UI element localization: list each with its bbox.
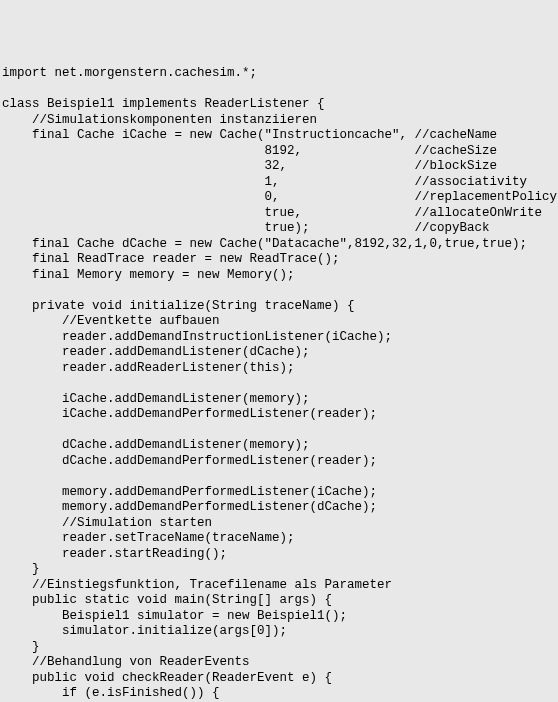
code-line: final Memory memory = new Memory(); bbox=[2, 268, 556, 284]
code-line: reader.addDemandListener(dCache); bbox=[2, 345, 556, 361]
code-line: true, //allocateOnWrite bbox=[2, 206, 556, 222]
code-line bbox=[2, 283, 556, 299]
code-line: final Cache iCache = new Cache("Instruct… bbox=[2, 128, 556, 144]
code-line: reader.startReading(); bbox=[2, 547, 556, 563]
code-line: import net.morgenstern.cachesim.*; bbox=[2, 66, 556, 82]
code-line: //Einstiegsfunktion, Tracefilename als P… bbox=[2, 578, 556, 594]
code-line: } bbox=[2, 562, 556, 578]
code-line: 1, //associativity bbox=[2, 175, 556, 191]
code-line: //Simulationskomponenten instanziieren bbox=[2, 113, 556, 129]
code-line: simulator.initialize(args[0]); bbox=[2, 624, 556, 640]
code-line: if (e.isFinished()) { bbox=[2, 686, 556, 702]
code-line bbox=[2, 376, 556, 392]
code-line: dCache.addDemandListener(memory); bbox=[2, 438, 556, 454]
code-line: Beispiel1 simulator = new Beispiel1(); bbox=[2, 609, 556, 625]
code-line: reader.addReaderListener(this); bbox=[2, 361, 556, 377]
code-line: 8192, //cacheSize bbox=[2, 144, 556, 160]
code-line: final Cache dCache = new Cache("Datacach… bbox=[2, 237, 556, 253]
code-line: iCache.addDemandPerformedListener(reader… bbox=[2, 407, 556, 423]
code-line: 32, //blockSize bbox=[2, 159, 556, 175]
code-line: memory.addDemandPerformedListener(dCache… bbox=[2, 500, 556, 516]
code-line: memory.addDemandPerformedListener(iCache… bbox=[2, 485, 556, 501]
code-line: iCache.addDemandListener(memory); bbox=[2, 392, 556, 408]
code-line bbox=[2, 82, 556, 98]
code-line: 0, //replacementPolicy bbox=[2, 190, 556, 206]
code-line: public void checkReader(ReaderEvent e) { bbox=[2, 671, 556, 687]
code-line: //Eventkette aufbauen bbox=[2, 314, 556, 330]
code-line: private void initialize(String traceName… bbox=[2, 299, 556, 315]
code-line: true); //copyBack bbox=[2, 221, 556, 237]
code-line: class Beispiel1 implements ReaderListene… bbox=[2, 97, 556, 113]
code-line: reader.addDemandInstructionListener(iCac… bbox=[2, 330, 556, 346]
code-line: //Behandlung von ReaderEvents bbox=[2, 655, 556, 671]
code-line: //Simulation starten bbox=[2, 516, 556, 532]
code-line: reader.setTraceName(traceName); bbox=[2, 531, 556, 547]
code-block: import net.morgenstern.cachesim.*; class… bbox=[2, 66, 556, 702]
code-line: public static void main(String[] args) { bbox=[2, 593, 556, 609]
code-line: dCache.addDemandPerformedListener(reader… bbox=[2, 454, 556, 470]
code-line bbox=[2, 469, 556, 485]
code-line bbox=[2, 423, 556, 439]
code-line: final ReadTrace reader = new ReadTrace()… bbox=[2, 252, 556, 268]
code-line: } bbox=[2, 640, 556, 656]
